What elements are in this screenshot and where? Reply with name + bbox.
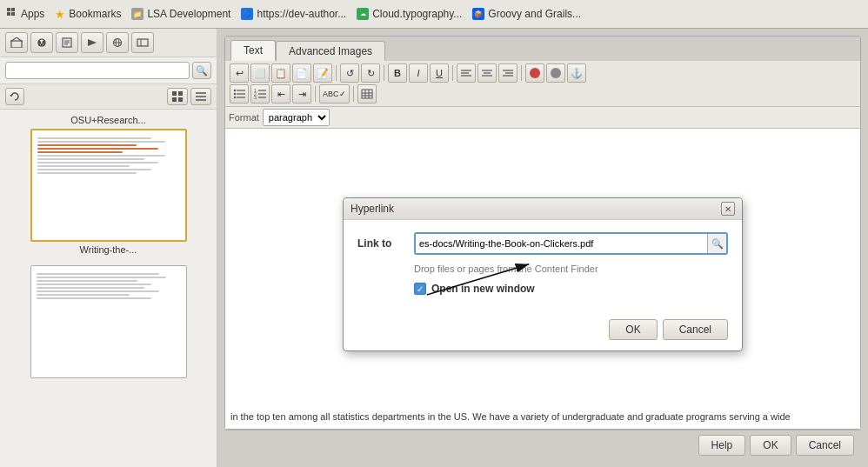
drop-icon: 📦: [472, 8, 484, 20]
sidebar-page-button[interactable]: [56, 32, 78, 53]
open-new-window-checkbox[interactable]: ✓: [414, 283, 426, 295]
sidebar-refresh-button[interactable]: [5, 88, 24, 105]
help-button[interactable]: Help: [698, 435, 746, 456]
dialog-overlay: Hyperlink ✕ Link to 🔍 Drop f: [243, 172, 843, 377]
dialog-cancel-button[interactable]: Cancel: [663, 319, 728, 340]
align-center-button[interactable]: [477, 63, 497, 83]
thumb-content-2: [31, 266, 186, 306]
drop-hint: Drop files or pages from the Content Fin…: [414, 264, 728, 274]
underline-button[interactable]: U: [430, 63, 449, 83]
sep5: [315, 86, 316, 102]
search-input[interactable]: [5, 62, 190, 79]
bookmarks-link[interactable]: ★ Bookmarks: [55, 8, 121, 21]
indent-out-button[interactable]: ⇤: [271, 84, 290, 103]
search-button[interactable]: 🔍: [192, 62, 211, 79]
format-select[interactable]: paragraph: [263, 109, 330, 126]
sep6: [353, 86, 354, 102]
color1-button[interactable]: [525, 63, 544, 83]
lsa-link[interactable]: 📁 LSA Development: [131, 8, 230, 20]
groovy-label: Groovy and Grails...: [488, 8, 581, 20]
ordered-list-button[interactable]: 1.2.3.: [250, 84, 270, 103]
editor-panel: Text Advanced Images ↩ ⬜ 📋 📄 📝 ↺ ↻ B I: [224, 36, 861, 430]
editor-toolbar: ↩ ⬜ 📋 📄 📝 ↺ ↻ B I U: [225, 61, 860, 107]
content-area: Text Advanced Images ↩ ⬜ 📋 📄 📝 ↺ ↻ B I: [217, 29, 868, 467]
sidebar-search-bar: 🔍: [0, 57, 217, 84]
svg-rect-2: [7, 12, 10, 16]
dialog-titlebar: Hyperlink ✕: [344, 198, 742, 220]
open-new-window-row[interactable]: ✓ Open in new window: [414, 283, 728, 295]
cloud-link[interactable]: ☁ Cloud.typography...: [357, 8, 462, 20]
anchor-button[interactable]: ⚓: [567, 63, 586, 83]
format-row: Format paragraph: [225, 107, 860, 129]
redo-button[interactable]: ↻: [361, 63, 380, 83]
apps-link[interactable]: Apps: [7, 8, 44, 21]
sidebar-extra-button[interactable]: [131, 32, 154, 53]
groovy-link[interactable]: 📦 Groovy and Grails...: [472, 8, 581, 20]
sep4: [521, 65, 522, 81]
open-new-window-label: Open in new window: [431, 283, 535, 295]
link-search-button[interactable]: 🔍: [707, 234, 726, 253]
spellcheck-button[interactable]: ABC✓: [319, 84, 350, 103]
svg-text:M: M: [38, 39, 45, 48]
cancel-button[interactable]: Cancel: [796, 435, 854, 456]
paste2-button[interactable]: 📄: [292, 63, 311, 83]
table-button[interactable]: [357, 84, 377, 103]
svg-rect-46: [362, 90, 372, 98]
thumbnail-1-label: Writing-the-...: [80, 244, 137, 255]
svg-point-33: [551, 68, 561, 78]
copy-button[interactable]: ⬜: [250, 63, 270, 83]
paste3-button[interactable]: 📝: [313, 63, 332, 83]
bold-button[interactable]: B: [388, 63, 407, 83]
grid-view-button[interactable]: [167, 88, 188, 105]
indent-in-button[interactable]: ⇥: [292, 84, 311, 103]
dialog-ok-button[interactable]: OK: [609, 319, 657, 340]
ok-button[interactable]: OK: [750, 435, 791, 456]
view-toggle: [167, 88, 211, 105]
link-to-label: Link to: [357, 237, 405, 250]
align-right-button[interactable]: [498, 63, 517, 83]
browser-toolbar: Apps ★ Bookmarks 📁 LSA Development 🔵 htt…: [0, 0, 868, 29]
thumbnail-item-2[interactable]: [5, 265, 211, 378]
hyperlink-dialog: Hyperlink ✕ Link to 🔍 Drop f: [343, 197, 743, 351]
paste-button[interactable]: 📋: [271, 63, 290, 83]
color2-button[interactable]: [546, 63, 565, 83]
undo-button[interactable]: ↩: [230, 63, 249, 83]
dialog-close-button[interactable]: ✕: [721, 202, 735, 216]
svg-rect-16: [172, 91, 177, 96]
apps-label: Apps: [21, 8, 44, 20]
undo2-button[interactable]: ↺: [340, 63, 359, 83]
url-label: https://dev-author...: [257, 8, 346, 20]
grid-icon: [7, 8, 17, 21]
svg-point-32: [530, 68, 540, 78]
sidebar-home-button[interactable]: [5, 32, 28, 53]
tab-text[interactable]: Text: [230, 40, 276, 61]
dialog-title: Hyperlink: [351, 203, 394, 215]
svg-rect-14: [137, 39, 148, 46]
url-link[interactable]: 🔵 https://dev-author...: [241, 8, 346, 20]
link-input[interactable]: [416, 234, 707, 253]
url-icon: 🔵: [241, 8, 253, 20]
italic-button[interactable]: I: [409, 63, 428, 83]
link-input-wrap: 🔍: [414, 232, 728, 255]
sidebar-content: OSU+Research...: [0, 110, 217, 467]
svg-point-38: [234, 93, 236, 95]
link-to-row: Link to 🔍: [357, 232, 728, 255]
svg-rect-18: [172, 97, 177, 102]
align-left-button[interactable]: [457, 63, 476, 83]
sidebar-back-button[interactable]: M: [30, 32, 53, 53]
editor-text: in the top ten among all statistics depa…: [230, 410, 855, 424]
thumbnail-1: [30, 129, 187, 242]
list-view-button[interactable]: [190, 88, 211, 105]
thumbnail-item-1[interactable]: Writing-the-...: [5, 129, 211, 255]
sidebar-web-button[interactable]: [106, 32, 129, 53]
bottom-bar: Help OK Cancel: [224, 430, 861, 460]
svg-rect-0: [7, 8, 10, 11]
sep1: [336, 65, 337, 81]
svg-point-37: [234, 90, 236, 91]
list-button[interactable]: [230, 84, 249, 103]
editor-body[interactable]: in the top ten among all statistics depa…: [225, 129, 860, 429]
thumbnail-2: [30, 265, 187, 378]
sidebar-nav-button[interactable]: [81, 32, 103, 53]
tab-advanced-images[interactable]: Advanced Images: [276, 41, 385, 61]
svg-rect-4: [11, 41, 22, 48]
